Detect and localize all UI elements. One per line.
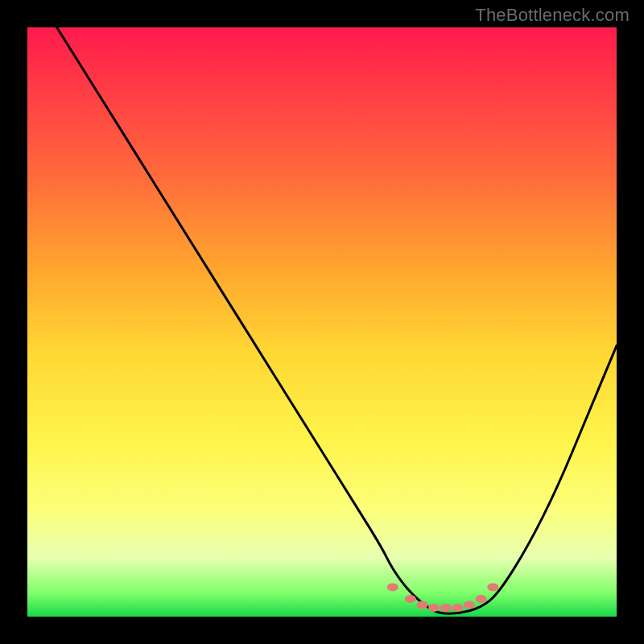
curve-line <box>57 27 617 613</box>
marker-dot <box>452 604 463 612</box>
marker-dot <box>440 604 452 612</box>
marker-dot <box>387 583 398 591</box>
marker-dot <box>405 595 416 603</box>
marker-dot <box>416 601 427 609</box>
plot-area <box>27 27 617 617</box>
bottleneck-curve <box>27 27 617 617</box>
chart-container: TheBottleneck.com <box>0 0 644 644</box>
marker-dot <box>476 595 487 603</box>
marker-dot <box>487 583 498 591</box>
marker-dot <box>428 604 440 612</box>
minimum-markers <box>387 583 499 612</box>
marker-dot <box>464 601 475 609</box>
watermark-text: TheBottleneck.com <box>475 5 630 26</box>
